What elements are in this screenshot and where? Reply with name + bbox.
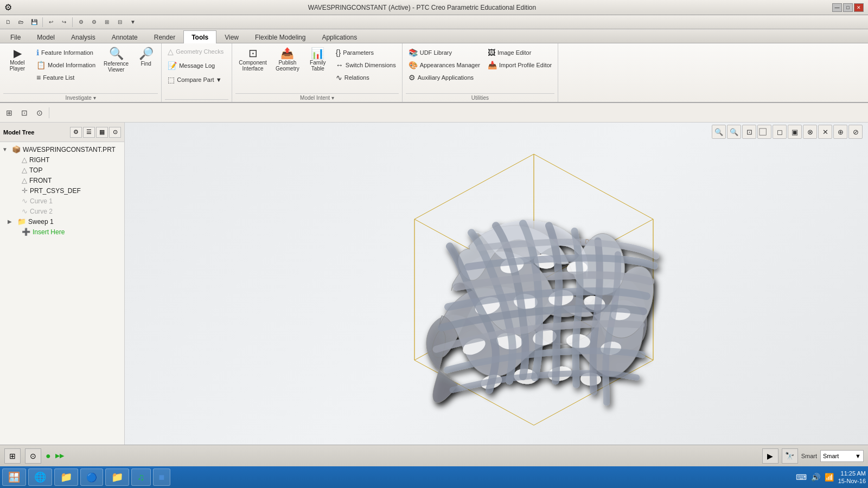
qat-undo[interactable]: ↩ [45, 17, 57, 28]
tray-sound-icon[interactable]: 🔊 [811, 473, 820, 481]
qat-dropdown[interactable]: ▼ [127, 17, 139, 28]
qat-custom4[interactable]: ⊟ [114, 17, 126, 28]
import-profile-editor-button[interactable]: 📥 Import Profile Editor [485, 59, 554, 71]
model-information-button[interactable]: 📋 Model Information [34, 59, 98, 71]
qat-custom2[interactable]: ⚙ [88, 17, 100, 28]
udf-library-button[interactable]: 📚 UDF Library [406, 47, 483, 59]
viewport[interactable]: 🔍 🔍 ⊡ ⃞ ◻ ▣ ⊗ ✕ ⊕ ⊘ [125, 123, 868, 445]
close-button[interactable]: ✕ [854, 3, 864, 12]
tab-analysis[interactable]: Analysis [63, 31, 104, 43]
tree-item-root[interactable]: ▼ 📦 WAVESPRINGCONSTANT.PRT [0, 144, 124, 155]
geometry-checks-button[interactable]: △ Geometry Checks [165, 46, 226, 57]
view-mode-button3[interactable]: ▣ [788, 125, 802, 139]
panel-filter-button[interactable]: ☰ [83, 127, 95, 138]
qat-redo[interactable]: ↪ [58, 17, 70, 28]
zoom-out-button[interactable]: 🔍 [727, 125, 741, 139]
feature-information-button[interactable]: ℹ Feature Information [34, 47, 98, 59]
relations-button[interactable]: ∿ Relations [333, 72, 399, 84]
tab-render[interactable]: Render [146, 31, 183, 43]
tree-item-top[interactable]: △ TOP [0, 165, 124, 175]
status-binoculars-button[interactable]: 🔭 [782, 448, 798, 464]
tray-keyboard-icon[interactable]: ⌨ [796, 473, 807, 481]
tree-label-front: FRONT [29, 177, 52, 184]
panel-settings-button[interactable]: ⚙ [70, 127, 82, 138]
auxiliary-applications-button[interactable]: ⚙ Auxiliary Applications [406, 72, 483, 84]
component-interface-icon: ⊡ [248, 48, 258, 59]
taskbar-right: ⌨ 🔊 📶 11:25 AM 15-Nov-16 [796, 470, 866, 485]
family-table-icon: 📊 [311, 48, 324, 59]
compare-part-button[interactable]: ⬚ Compare Part ▼ [165, 74, 224, 86]
model-player-button[interactable]: ▶ ModelPlayer [3, 46, 31, 74]
tree-item-right[interactable]: △ RIGHT [0, 155, 124, 165]
tree-expand-sweep1: ▶ [8, 219, 15, 224]
appearances-manager-button[interactable]: 🎨 Appearances Manager [406, 59, 483, 71]
qat-custom1[interactable]: ⚙ [75, 17, 87, 28]
tb2-btn2[interactable]: ⊡ [17, 106, 31, 120]
tree-item-sweep1[interactable]: ▶ 📁 Sweep 1 [0, 216, 124, 227]
parameters-button[interactable]: {} Parameters [333, 47, 399, 59]
window-controls[interactable]: — □ ✕ [832, 3, 864, 12]
switch-dimensions-button[interactable]: ↔ Switch Dimensions [333, 59, 399, 71]
view-mode-button2[interactable]: ◻ [773, 125, 787, 139]
view-mode-button5[interactable]: ✕ [818, 125, 832, 139]
title-bar: ⚙ WAVESPRINGCONSTANT (Active) - PTC Creo… [0, 0, 868, 15]
filter-dropdown-arrow: ▼ [855, 453, 861, 459]
start-button[interactable]: 🪟 [2, 468, 26, 486]
tb2-btn3[interactable]: ⊙ [33, 106, 47, 120]
view-mode-button4[interactable]: ⊗ [803, 125, 817, 139]
status-play-button[interactable]: ▶ [762, 448, 778, 464]
tree-item-insert[interactable]: ➕ Insert Here [0, 227, 124, 237]
image-editor-button[interactable]: 🖼 Image Editor [485, 47, 554, 59]
tree-item-front[interactable]: △ FRONT [0, 175, 124, 185]
taskbar-app[interactable]: ■ [153, 468, 171, 486]
tray-network-icon[interactable]: 📶 [825, 473, 834, 481]
qat-custom3[interactable]: ⊞ [101, 17, 113, 28]
family-table-button[interactable]: 📊 FamilyTable [305, 46, 331, 74]
minimize-button[interactable]: — [832, 3, 842, 12]
model-info-icon: 📋 [36, 61, 46, 69]
tree-item-curve2[interactable]: ∿ Curve 2 [0, 206, 124, 216]
taskbar-explorer[interactable]: 📁 [54, 468, 78, 486]
message-log-button[interactable]: 📝 Message Log [165, 60, 218, 72]
panel-columns-button[interactable]: ▦ [96, 127, 108, 138]
ribbon-group-utilities: 📚 UDF Library 🎨 Appearances Manager ⚙ Au… [403, 43, 559, 102]
status-btn-left2[interactable]: ⊙ [25, 448, 41, 464]
reference-viewer-button[interactable]: 🔍 ReferenceViewer [100, 46, 132, 75]
tab-tools[interactable]: Tools [183, 30, 216, 43]
taskbar-chrome[interactable]: 🔵 [80, 468, 103, 486]
find-button[interactable]: 🔎 Find [134, 46, 158, 69]
status-btn-left1[interactable]: ⊞ [4, 448, 21, 464]
tree-item-curve1[interactable]: ∿ Curve 1 [0, 196, 124, 206]
status-filter-dropdown[interactable]: Smart ▼ [820, 450, 864, 462]
qat-save[interactable]: 💾 [28, 17, 40, 28]
view-mode-button1[interactable]: ⃞ [757, 125, 771, 139]
zoom-in-button[interactable]: 🔍 [712, 125, 726, 139]
clock-date: 15-Nov-16 [838, 477, 866, 485]
tab-model[interactable]: Model [29, 31, 63, 43]
model-player-icon: ▶ [14, 48, 22, 59]
udf-library-icon: 📚 [409, 48, 418, 57]
tab-file[interactable]: File [2, 31, 29, 43]
tab-view[interactable]: View [216, 31, 247, 43]
view-mode-button7[interactable]: ⊘ [848, 125, 863, 139]
view-mode-button6[interactable]: ⊕ [833, 125, 847, 139]
component-interface-button[interactable]: ⊡ ComponentInterface [235, 46, 270, 74]
tab-annotate[interactable]: Annotate [104, 31, 146, 43]
panel-search-button[interactable]: ⊙ [109, 127, 121, 138]
qat-new[interactable]: 🗋 [2, 17, 14, 28]
qat-open[interactable]: 🗁 [15, 17, 27, 28]
publish-geometry-button[interactable]: 📤 PublishGeometry [272, 46, 303, 74]
tb2-btn1[interactable]: ⊞ [2, 106, 16, 120]
feature-list-button[interactable]: ≡ Feature List [34, 72, 98, 84]
tree-item-prt-csys-def[interactable]: ✛ PRT_CSYS_DEF [0, 185, 124, 196]
zoom-fit-button[interactable]: ⊡ [742, 125, 756, 139]
status-filter-label: Smart [801, 453, 817, 459]
system-clock[interactable]: 11:25 AM 15-Nov-16 [838, 470, 866, 485]
tab-applications[interactable]: Applications [314, 31, 365, 43]
tab-flexible-modeling[interactable]: Flexible Modeling [247, 31, 314, 43]
restore-button[interactable]: □ [843, 3, 853, 12]
taskbar-folder[interactable]: 📁 [105, 468, 129, 486]
ribbon-tab-bar: File Model Analysis Annotate Render Tool… [0, 29, 868, 43]
taskbar-ie[interactable]: 🌐 [28, 468, 52, 486]
taskbar-spotify[interactable]: ♫ [131, 468, 151, 486]
